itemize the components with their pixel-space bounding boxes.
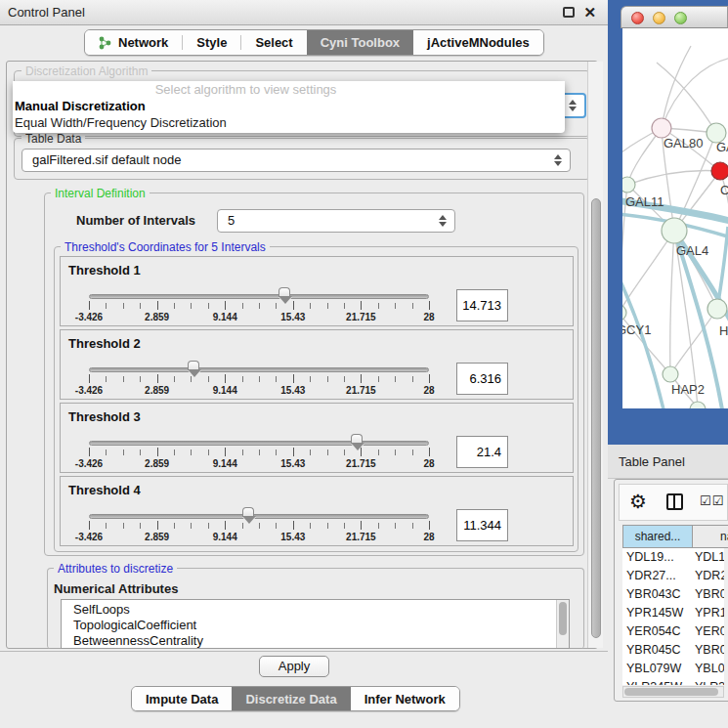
tab-infer-network[interactable]: Infer Network: [351, 687, 459, 710]
table-row[interactable]: YDR27...YDR2: [622, 567, 724, 585]
slider-track[interactable]: [89, 514, 429, 519]
interval-definition-label: Interval Definition: [51, 187, 150, 200]
network-canvas[interactable]: GAL80 GA C GAL11 GAL4 GCY1 H HAP2: [622, 28, 728, 408]
threshold-coordinates-label: Threshold's Coordinates for 5 Intervals: [61, 240, 270, 254]
table-row[interactable]: YBL079WYBL0: [622, 660, 724, 678]
table-row[interactable]: YDL19...YDL1: [622, 548, 724, 567]
numerical-attributes-list: SelfLoops TopologicalCoefficient Between…: [61, 599, 570, 649]
slider-ticks: [89, 450, 429, 455]
close-icon[interactable]: ✕: [583, 4, 596, 21]
list-item[interactable]: SelfLoops: [62, 600, 569, 618]
threshold-1-value-field[interactable]: 14.713: [456, 289, 508, 321]
slider-track[interactable]: [89, 441, 429, 446]
column-header-name[interactable]: na: [693, 525, 728, 548]
network-graph: GAL80 GA C GAL11 GAL4 GCY1 H HAP2: [622, 28, 728, 408]
threshold-3-panel: Threshold 3 -3.4262.859 9.14415.43 21.71…: [60, 403, 574, 473]
list-item[interactable]: BetweennessCentrality: [62, 633, 569, 649]
table-row[interactable]: YER054CYER0: [622, 622, 724, 641]
dropdown-item-placeholder[interactable]: Select algorithm to view settings: [13, 81, 565, 98]
threshold-3-value-field[interactable]: 21.4: [456, 436, 508, 468]
table-row[interactable]: YPR145WYPR1: [622, 604, 724, 622]
table-row[interactable]: YLR345WYLR3: [622, 678, 724, 685]
app-root: Control Panel ✕ Network Style Select Cyn…: [0, 0, 728, 728]
table-data-combobox[interactable]: galFiltered.sif default node: [21, 149, 571, 172]
threshold-2-panel: Threshold 2 -3.4262.859 9.14415.43 21.71…: [60, 329, 574, 400]
tab-jactivemnodules[interactable]: jActiveMNodules: [413, 30, 543, 55]
node-label: GAL11: [625, 194, 664, 209]
table-row[interactable]: YBR045CYBR0: [622, 641, 724, 660]
slider-ticks: [89, 303, 429, 309]
dropdown-item-manual-discretization[interactable]: Manual Discretization: [13, 98, 565, 114]
node-label: GCY1: [622, 322, 651, 337]
tab-network-label: Network: [118, 35, 168, 50]
tab-discretize-data[interactable]: Discretize Data: [232, 687, 350, 710]
table-panel-title: Table Panel: [619, 445, 685, 479]
list-scrollbar[interactable]: [556, 600, 569, 648]
network-window-titlebar[interactable]: [621, 6, 728, 28]
threshold-2-slider[interactable]: -3.4262.859 9.14415.43 21.71528: [89, 360, 429, 399]
table-data-value: galFiltered.sif default node: [32, 150, 181, 171]
threshold-4-value-field[interactable]: 11.344: [456, 509, 508, 541]
node-label: HAP2: [671, 382, 705, 397]
node-gcy1[interactable]: [622, 305, 626, 321]
algorithm-dropdown-popup: Select algorithm to view settings Manual…: [13, 81, 565, 133]
divider: [0, 651, 608, 652]
combo-arrows-icon: [439, 215, 447, 227]
node-gal11[interactable]: [622, 177, 635, 193]
threshold-4-label: Threshold 4: [68, 483, 141, 497]
tab-network[interactable]: Network: [85, 30, 182, 55]
slider-track[interactable]: [89, 367, 429, 372]
tab-style[interactable]: Style: [183, 30, 240, 55]
gear-icon[interactable]: ⚙: [629, 490, 647, 513]
attributes-group-label: Attributes to discretize: [54, 562, 177, 576]
bottom-tab-bar: Impute Data Discretize Data Infer Networ…: [131, 686, 460, 711]
combo-arrows-icon: [554, 154, 562, 166]
slider-track[interactable]: [89, 294, 429, 299]
dropdown-item-equal-width[interactable]: Equal Width/Frequency Discretization: [13, 114, 565, 131]
table-row[interactable]: YBR043CYBR0: [622, 585, 724, 604]
select-all-checkboxes-icon[interactable]: ☑☑: [700, 493, 724, 508]
apply-button[interactable]: Apply: [259, 656, 329, 677]
table-rows: YDL19...YDL1 YDR27...YDR2 YBR043CYBR0 YP…: [622, 548, 724, 685]
list-item[interactable]: TopologicalCoefficient: [62, 618, 569, 633]
threshold-4-panel: Threshold 4 -3.4262.859 9.14415.43 21.71…: [60, 476, 574, 546]
column-header-shared-name[interactable]: shared...: [622, 525, 693, 548]
threshold-1-label: Threshold 1: [68, 263, 141, 278]
number-of-intervals-value: 5: [228, 210, 235, 232]
table-data-group-label: Table Data: [21, 132, 85, 146]
tab-select[interactable]: Select: [241, 30, 306, 55]
table-panel-titlebar: Table Panel: [608, 445, 728, 479]
table-header-row: shared... na: [622, 525, 728, 548]
close-traffic-light-icon[interactable]: [631, 12, 644, 24]
combo-arrows-icon: [569, 100, 577, 111]
node-h[interactable]: [707, 299, 727, 319]
number-of-intervals-combobox[interactable]: 5: [217, 209, 455, 233]
node-hap2[interactable]: [663, 366, 678, 382]
slider-ticks: [89, 376, 429, 382]
table-toolbar: ⚙ ☑☑: [619, 484, 728, 521]
network-icon: [99, 36, 112, 50]
node-bottom[interactable]: [690, 402, 706, 408]
node-gal80[interactable]: [652, 118, 671, 138]
minimize-traffic-light-icon[interactable]: [653, 12, 665, 24]
node-gal4[interactable]: [662, 218, 687, 243]
slider-tick-labels: -3.4262.859 9.14415.43 21.71528: [89, 312, 429, 323]
node-label: H: [719, 323, 728, 338]
threshold-1-slider[interactable]: -3.4262.859 9.14415.43 21.71528: [89, 286, 429, 325]
threshold-1-panel: Threshold 1 -3.4262.859 9.14415.43 21.71…: [60, 256, 574, 326]
panel-scrollbar[interactable]: [587, 62, 603, 648]
panel-title: Control Panel: [8, 0, 85, 25]
node-selected-red[interactable]: [711, 162, 728, 180]
threshold-2-label: Threshold 2: [68, 336, 141, 351]
threshold-2-value-field[interactable]: 6.316: [456, 363, 508, 395]
slider-tick-labels: -3.4262.859 9.14415.43 21.71528: [89, 385, 429, 397]
tab-cyni-toolbox[interactable]: Cyni Toolbox: [307, 30, 413, 55]
slider-ticks: [89, 523, 429, 529]
table-horizontal-scrollbar[interactable]: [622, 686, 724, 698]
float-window-icon[interactable]: [563, 7, 575, 18]
column-selector-icon[interactable]: [666, 493, 683, 510]
tab-impute-data[interactable]: Impute Data: [132, 687, 232, 710]
threshold-3-slider[interactable]: -3.4262.859 9.14415.43 21.71528: [89, 433, 429, 472]
zoom-traffic-light-icon[interactable]: [674, 12, 687, 24]
threshold-4-slider[interactable]: -3.4262.859 9.14415.43 21.71528: [89, 506, 429, 545]
